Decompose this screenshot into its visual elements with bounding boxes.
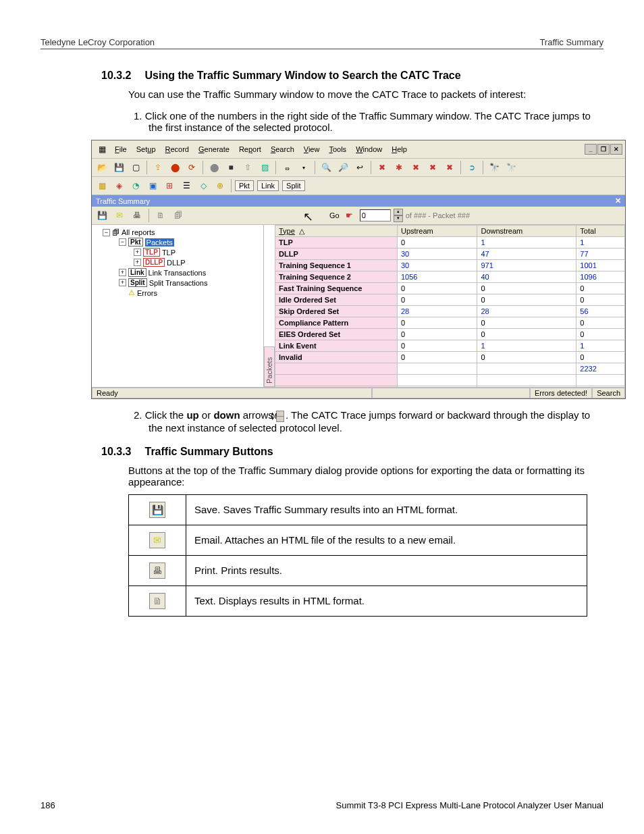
tree-errors[interactable]: ⚠ Errors — [93, 288, 262, 298]
menu-tools[interactable]: Tools — [325, 144, 350, 155]
cell-value[interactable]: 28 — [398, 306, 477, 317]
section-title-text: Using the Traffic Summary Window to Sear… — [144, 70, 460, 82]
col-upstream[interactable]: Upstream — [398, 226, 477, 237]
view6-icon[interactable]: ☰ — [179, 178, 194, 193]
close-panel-icon[interactable]: ✕ — [615, 197, 621, 205]
cell-value[interactable]: 2232 — [576, 363, 625, 375]
filter-icon[interactable]: ⏛ — [279, 160, 294, 175]
find-rx3-icon[interactable]: ✖ — [442, 160, 457, 175]
cell-value[interactable]: 56 — [576, 306, 625, 317]
zoom-out-icon[interactable]: 🔎 — [336, 160, 350, 175]
expander-icon[interactable]: + — [119, 279, 126, 286]
filter-dd-icon[interactable]: ▾ — [296, 160, 311, 175]
menu-search[interactable]: Search — [267, 144, 298, 155]
view8-icon[interactable]: ⊕ — [213, 178, 227, 193]
cell-value[interactable]: 28 — [477, 306, 576, 317]
restore-button[interactable]: ❐ — [597, 144, 610, 155]
stop-icon[interactable]: ■ — [223, 160, 238, 175]
tree-packets[interactable]: − Pkt Packets — [93, 237, 262, 247]
cell-value: 0 — [477, 329, 576, 340]
section-title-text: Traffic Summary Buttons — [144, 446, 273, 458]
new-icon[interactable]: ▢ — [128, 160, 143, 175]
col-downstream[interactable]: Downstream — [477, 226, 576, 237]
wrap-icon[interactable]: ↩ — [352, 160, 367, 175]
cell-value[interactable]: 971 — [477, 260, 576, 271]
view3-icon[interactable]: ◔ — [128, 178, 143, 193]
graph-icon[interactable]: ▨ — [257, 160, 272, 175]
cell-value[interactable]: 1 — [576, 340, 625, 352]
view1-icon[interactable]: ▦ — [95, 178, 109, 193]
tree-tlp[interactable]: + TLP TLP — [93, 247, 262, 257]
ts-email-icon[interactable]: ✉ — [112, 208, 127, 223]
cell-value — [398, 386, 477, 388]
tab-link[interactable]: Link — [257, 180, 279, 191]
cell-value[interactable]: 30 — [398, 260, 477, 271]
tab-pkt[interactable]: Pkt — [235, 180, 254, 191]
expander-icon[interactable]: + — [119, 269, 126, 276]
col-type[interactable]: Type △ — [275, 226, 398, 237]
cell-value[interactable]: 1096 — [576, 271, 625, 283]
header-left: Teledyne LeCroy Corporation — [41, 37, 155, 47]
tree-dllp[interactable]: + DLLP DLLP — [93, 257, 262, 267]
menu-help[interactable]: Help — [387, 144, 411, 155]
menu-view[interactable]: View — [300, 144, 324, 155]
view2-icon[interactable]: ◈ — [111, 178, 126, 193]
ts-html-icon[interactable]: 🗐 — [171, 208, 186, 223]
save-icon[interactable]: 💾 — [111, 160, 126, 175]
ts-print-icon[interactable]: 🖶 — [130, 208, 144, 223]
expander-icon[interactable]: − — [103, 229, 110, 236]
view4-icon[interactable]: ▣ — [145, 178, 160, 193]
tree-split-trans[interactable]: + Split Split Transactions — [93, 278, 262, 288]
find-r-icon[interactable]: ✖ — [375, 160, 390, 175]
repeat-icon[interactable]: ⟳ — [184, 160, 199, 175]
cell-value[interactable]: 40 — [477, 271, 576, 283]
col-total[interactable]: Total — [576, 226, 625, 237]
binoculars-icon[interactable]: 🔭 — [487, 160, 502, 175]
menu-report[interactable]: Report — [235, 144, 265, 155]
cell-value[interactable]: 30 — [398, 249, 477, 260]
go-up-button[interactable]: ▴ — [394, 209, 403, 215]
goto-icon[interactable]: ➲ — [464, 160, 479, 175]
expander-icon[interactable]: + — [134, 249, 141, 256]
vertical-tab-packets[interactable]: Packets — [264, 346, 275, 387]
cell-value[interactable]: 1 — [477, 237, 576, 249]
go-input[interactable] — [360, 209, 391, 221]
view7-icon[interactable]: ◇ — [196, 178, 211, 193]
menu-file[interactable]: File — [111, 144, 131, 155]
find-rx-icon[interactable]: ✖ — [408, 160, 423, 175]
row-type: TLP — [275, 237, 398, 249]
stop-gray-icon[interactable]: ⬤ — [207, 160, 221, 175]
cell-value[interactable]: 47 — [477, 249, 576, 260]
cell-value[interactable]: 1001 — [576, 260, 625, 271]
expander-icon[interactable]: − — [119, 238, 126, 246]
go-label: Go — [329, 211, 340, 219]
cell-value[interactable]: 1 — [477, 340, 576, 352]
record-setup-icon[interactable]: ⇪ — [151, 160, 165, 175]
close-button[interactable]: ✕ — [610, 144, 622, 155]
cell-value[interactable]: 1056 — [398, 271, 477, 283]
cell-value[interactable]: 1 — [576, 237, 625, 249]
tree-all-reports[interactable]: − 🗐 All reports — [93, 228, 262, 237]
ts-text-icon[interactable]: 🗎 — [153, 208, 168, 223]
find-r2-icon[interactable]: ✱ — [392, 160, 406, 175]
tree-link-trans[interactable]: + Link Link Transactions — [93, 267, 262, 278]
go-down-button[interactable]: ▾ — [394, 215, 403, 222]
find-rx2-icon[interactable]: ✖ — [425, 160, 440, 175]
zoom-in-icon[interactable]: 🔍 — [319, 160, 333, 175]
minimize-button[interactable]: _ — [585, 144, 597, 155]
record-icon[interactable]: ⬤ — [167, 160, 182, 175]
open-icon[interactable]: 📂 — [95, 160, 109, 175]
ts-save-icon[interactable]: 💾 — [95, 208, 109, 223]
view5-icon[interactable]: ⊞ — [162, 178, 177, 193]
tab-split[interactable]: Split — [282, 180, 304, 191]
menu-record[interactable]: Record — [161, 144, 193, 155]
binoculars2-icon[interactable]: 🔭 — [504, 160, 518, 175]
go-icon[interactable]: ☛ — [342, 208, 357, 223]
cell-value[interactable]: 77 — [576, 249, 625, 260]
menu-generate[interactable]: Generate — [194, 144, 234, 155]
expander-icon[interactable]: + — [134, 259, 141, 266]
menu-setup[interactable]: Setup — [132, 144, 160, 155]
menu-window[interactable]: Window — [352, 144, 386, 155]
cell-value: 0 — [477, 283, 576, 294]
upload-icon[interactable]: ⇧ — [240, 160, 255, 175]
